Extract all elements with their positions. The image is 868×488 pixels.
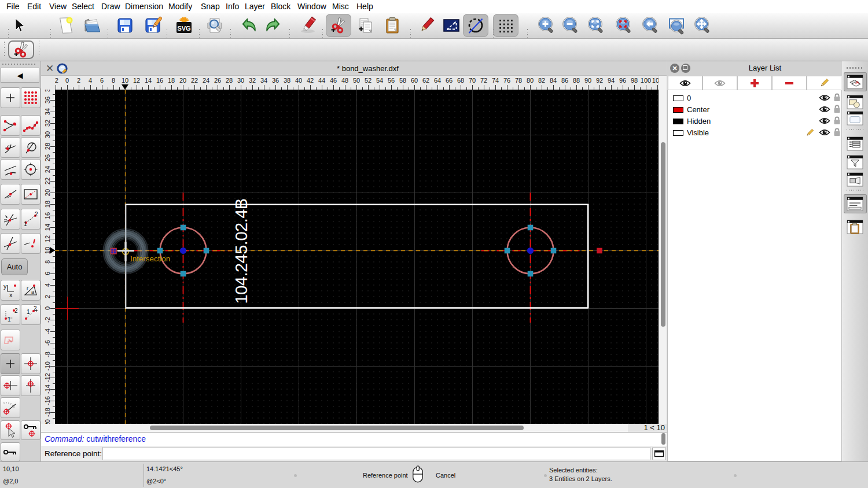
svg-text:1: 1 [27, 309, 30, 315]
svg-text:104.245.02.4B: 104.245.02.4B [232, 198, 251, 304]
svg-text:x: x [9, 291, 13, 298]
svg-text:1: 1 [8, 316, 11, 323]
svg-text:y: y [3, 283, 7, 290]
svg-text:2: 2 [35, 211, 38, 217]
svg-text:a: a [31, 289, 34, 295]
svg-text:2: 2 [14, 308, 18, 314]
svg-text:Intersection: Intersection [130, 254, 170, 263]
svg-text:SVG: SVG [177, 25, 190, 32]
svg-text:r: r [27, 286, 28, 291]
svg-text:1: 1 [24, 221, 27, 227]
